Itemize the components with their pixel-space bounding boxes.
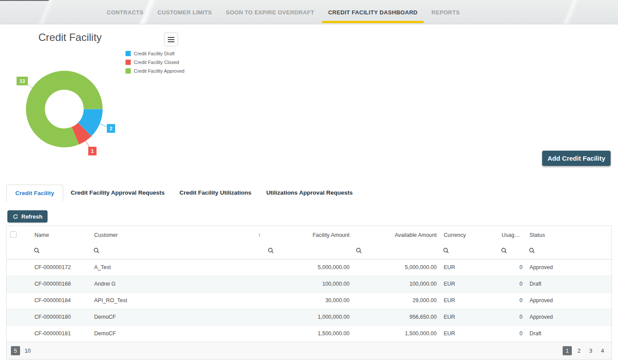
cell-facility-amount: 30,000.00 — [265, 292, 353, 309]
filter-search-icon[interactable] — [443, 247, 449, 256]
cell-currency: EUR — [440, 259, 498, 276]
cell-usage-p: 0 — [498, 276, 526, 292]
table-row[interactable]: CF-000000172A_Test5,000,000.005,000,000.… — [7, 259, 611, 276]
cell-currency: EUR — [440, 325, 498, 342]
cell-usage-p: 0 — [498, 292, 526, 309]
row-select-cell — [7, 325, 31, 342]
column-title: Customer — [94, 232, 118, 238]
cell-customer: DemoCF — [91, 309, 265, 325]
page-number-4[interactable]: 4 — [598, 346, 607, 355]
cell-available-amount: 5,000,000.00 — [353, 259, 440, 276]
column-header-usage-p[interactable]: Usage P... — [498, 226, 526, 244]
page-number-3[interactable]: 3 — [586, 346, 595, 355]
table-row[interactable]: CF-000000184API_RO_Test30,000.0029,000.0… — [7, 292, 611, 309]
filter-search-icon[interactable] — [501, 247, 507, 256]
cell-usage-p: 0 — [498, 309, 526, 325]
grid-body: CF-000000172A_Test5,000,000.005,000,000.… — [7, 259, 611, 342]
table-row[interactable]: CF-000000181DemoCF1,500,000.001,500,000.… — [7, 325, 611, 342]
row-select-cell — [7, 292, 31, 309]
chart-menu-button[interactable] — [164, 33, 178, 46]
column-header-currency[interactable]: Currency — [440, 226, 498, 244]
cell-available-amount: 956,650.00 — [353, 309, 440, 325]
legend-label: Credit Facility Closed — [134, 60, 179, 65]
column-header-available-amount[interactable]: Available Amount — [353, 226, 440, 244]
cell-name: CF-000000181 — [31, 325, 91, 342]
legend-item-credit-facility-closed[interactable]: Credit Facility Closed — [126, 60, 184, 65]
cell-name: CF-000000172 — [31, 259, 91, 276]
row-select-cell — [7, 259, 31, 276]
page-title: Credit Facility — [38, 31, 102, 44]
cell-usage-p: 0 — [498, 259, 526, 276]
cell-status: Draft — [526, 325, 611, 342]
cell-currency: EUR — [440, 276, 498, 292]
nav-item-soon-to-expire-overdraft[interactable]: SOON TO EXPIRE OVERDRAFT — [219, 0, 321, 24]
top-nav: CONTRACTSCUSTOMER LIMITSSOON TO EXPIRE O… — [100, 0, 467, 24]
nav-item-customer-limits[interactable]: CUSTOMER LIMITS — [150, 0, 219, 24]
refresh-label: Refresh — [21, 213, 42, 220]
filter-cell-name — [31, 244, 91, 259]
page-size-5[interactable]: 5 — [11, 346, 20, 355]
column-header-status[interactable]: Status — [526, 226, 611, 244]
cell-available-amount: 1,500,000.00 — [353, 325, 440, 342]
cell-customer: API_RO_Test — [91, 292, 265, 309]
header-cell-select-all — [7, 226, 31, 244]
filter-cell-status — [526, 244, 611, 259]
grid-header: NameCustomer↑Facility AmountAvailable Am… — [7, 226, 611, 259]
row-select-cell — [7, 276, 31, 292]
tab-credit-facility-approval-requests[interactable]: Credit Facility Approval Requests — [63, 185, 172, 201]
table-row[interactable]: CF-000000180DemoCF1,000,000.00956,650.00… — [7, 309, 611, 325]
refresh-button[interactable]: Refresh — [7, 210, 48, 222]
page-number-2[interactable]: 2 — [574, 346, 584, 355]
column-header-facility-amount[interactable]: Facility Amount — [265, 226, 353, 244]
header-row: NameCustomer↑Facility AmountAvailable Am… — [7, 226, 611, 244]
tab-credit-facility[interactable]: Credit Facility — [6, 185, 63, 201]
cell-usage-p: 0 — [498, 325, 526, 342]
filter-cell-currency — [440, 244, 498, 259]
cell-facility-amount: 100,000.00 — [265, 276, 353, 292]
grid-table: NameCustomer↑Facility AmountAvailable Am… — [7, 226, 611, 342]
page-number-1[interactable]: 1 — [563, 346, 572, 355]
cell-name: CF-000000184 — [31, 292, 91, 309]
corner-strip — [0, 0, 49, 1]
column-header-name[interactable]: Name — [31, 226, 91, 244]
table-row[interactable]: CF-000000168Andrei G100,000.00100,000.00… — [7, 276, 611, 292]
credit-facility-grid: NameCustomer↑Facility AmountAvailable Am… — [6, 226, 612, 360]
legend-label: Credit Facility Approved — [134, 68, 184, 74]
refresh-icon — [13, 214, 18, 219]
filter-search-icon[interactable] — [34, 247, 40, 256]
top-nav-bar: CONTRACTSCUSTOMER LIMITSSOON TO EXPIRE O… — [0, 0, 618, 24]
legend-item-credit-facility-draft[interactable]: Credit Facility Draft — [126, 51, 184, 56]
slice-value-label: 1 — [91, 148, 94, 154]
cell-status: Approved — [526, 309, 611, 325]
column-header-customer[interactable]: Customer↑ — [91, 226, 265, 244]
filter-search-icon[interactable] — [93, 247, 100, 256]
filter-cell-available-amount — [353, 244, 440, 259]
cell-currency: EUR — [440, 309, 498, 325]
legend-swatch — [126, 51, 131, 56]
hamburger-icon — [168, 37, 174, 38]
chart-legend: Credit Facility DraftCredit Facility Clo… — [126, 51, 184, 77]
filter-search-icon[interactable] — [356, 247, 362, 256]
select-all-checkbox[interactable] — [10, 231, 17, 238]
legend-label: Credit Facility Draft — [134, 51, 175, 56]
add-credit-facility-button[interactable]: Add Credit Facility — [542, 151, 611, 166]
filter-cell-facility-amount — [265, 244, 353, 259]
cell-currency: EUR — [440, 292, 498, 309]
cell-facility-amount: 1,000,000.00 — [265, 309, 353, 325]
page-size-10[interactable]: 10 — [23, 346, 32, 355]
nav-item-reports[interactable]: REPORTS — [424, 0, 467, 24]
tabstrip: Credit FacilityCredit Facility Approval … — [6, 185, 360, 201]
cell-facility-amount: 5,000,000.00 — [265, 259, 353, 276]
cell-status: Approved — [526, 292, 611, 309]
legend-item-credit-facility-approved[interactable]: Credit Facility Approved — [126, 68, 184, 74]
tab-utilizations-approval-requests[interactable]: Utilizations Approval Requests — [259, 185, 360, 201]
nav-item-credit-facility-dashboard[interactable]: CREDIT FACILITY DASHBOARD — [321, 0, 424, 24]
nav-item-contracts[interactable]: CONTRACTS — [100, 0, 150, 24]
filter-cell-empty — [7, 244, 31, 259]
cell-available-amount: 100,000.00 — [353, 276, 440, 292]
filter-search-icon[interactable] — [268, 247, 274, 256]
filter-search-icon[interactable] — [529, 247, 535, 256]
tab-credit-facility-utilizations[interactable]: Credit Facility Utilizations — [172, 185, 259, 201]
page-number-selector: 1234 — [560, 346, 607, 355]
filter-cell-customer — [91, 244, 265, 259]
